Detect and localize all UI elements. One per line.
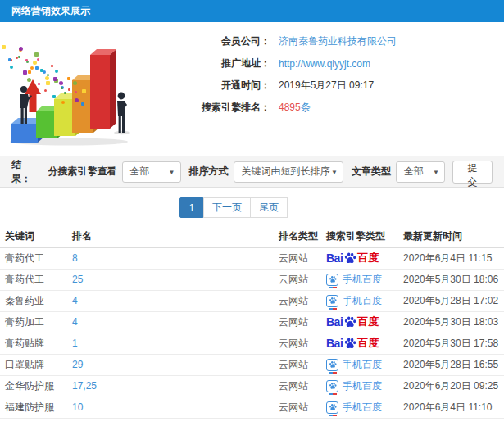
engine-cell: Bai 百度 (321, 397, 398, 418)
growth-chart-illustration (2, 24, 141, 148)
engine-rank-value: 4895条 (279, 101, 311, 115)
filter-bar: 结果： 分搜索引擎查看 全部 ▼ 排序方式 关键词由短到长排序 ▼ 文章类型 全… (0, 156, 504, 188)
mobile-baidu-paw-icon (326, 274, 338, 286)
baidu-bai-text: Bai (326, 315, 343, 329)
table-row: 膏药贴牌 1 云网站 Bai 百度 (0, 333, 504, 354)
baidu-paw-icon (343, 315, 356, 329)
engine-cell: Bai 百度 (321, 269, 398, 290)
rank-link[interactable]: 1 (72, 338, 78, 349)
engine-cell: Bai 百度 (321, 354, 398, 375)
mobile-baidu-text: 手机百度 (343, 273, 382, 287)
open-time-value: 2019年5月27日 09:17 (279, 79, 374, 93)
chevron-down-icon: ▼ (331, 169, 338, 176)
engine-rank-count: 4895 (279, 102, 301, 113)
submit-button[interactable]: 提交 (452, 161, 493, 184)
rank-type-cell: 云网站 (274, 354, 321, 375)
article-type-filter-select[interactable]: 全部 ▼ (396, 161, 445, 183)
rank-type-cell: 云网站 (274, 311, 321, 333)
article-type-filter-label: 文章类型 (352, 165, 391, 179)
mobile-baidu-paw-icon (326, 359, 338, 371)
rank-link[interactable]: 8 (72, 252, 78, 264)
engine-cell: Bai 百度 (321, 290, 398, 311)
engine-rank-label: 搜索引擎排名： (141, 101, 270, 115)
col-updated: 最新更新时间 (398, 226, 504, 247)
keyword-cell: 秦鲁药业 (0, 290, 67, 311)
table-row: 福建防护服 10 云网站 Bai 百度 (0, 397, 504, 418)
page-1-button[interactable]: 1 (179, 197, 204, 218)
promo-url-link[interactable]: http://www.qlyyjt.com (279, 58, 370, 70)
promo-url-field: 推广地址： http://www.qlyyjt.com (141, 52, 397, 75)
engine-filter-select[interactable]: 全部 ▼ (122, 161, 181, 183)
rank-link[interactable]: 4 (72, 295, 78, 306)
mobile-baidu-paw-icon (326, 295, 338, 307)
updated-cell: 2020年5月30日 17:58 (398, 333, 504, 354)
col-rank: 排名 (67, 226, 274, 247)
col-keyword: 关键词 (0, 226, 67, 247)
baidu-mobile-logo: 手机百度 (326, 273, 382, 287)
engine-filter-label: 分搜索引擎查看 (48, 165, 117, 179)
promo-url-label: 推广地址： (141, 57, 270, 70)
mobile-baidu-underline (329, 287, 333, 288)
chevron-down-icon: ▼ (169, 169, 175, 176)
table-header-row: 关键词 排名 排名类型 搜索引擎类型 最新更新时间 (0, 226, 504, 247)
rank-type-cell: 云网站 (274, 397, 321, 418)
baidu-bai-text: Bai (326, 252, 343, 265)
sort-filter-select[interactable]: 关键词由短到长排序 ▼ (234, 161, 344, 183)
member-company-label: 会员公司： (141, 34, 270, 48)
bar-chart-art (2, 24, 141, 148)
member-company-link[interactable]: 济南秦鲁药业科技有限公司 (279, 34, 397, 48)
table-row: 膏药代工 8 云网站 Bai 百度 (0, 247, 504, 269)
engine-cell: Bai 百度 (321, 375, 398, 397)
next-page-button[interactable]: 下一页 (203, 197, 251, 218)
sort-filter-selected: 关键词由短到长排序 (242, 165, 330, 179)
mobile-baidu-underline (329, 308, 333, 310)
baidu-mobile-logo: 手机百度 (326, 379, 382, 393)
table-row: 金华防护服 17,25 云网站 Bai 百度 (0, 375, 504, 397)
rank-type-cell: 云网站 (274, 247, 321, 269)
table-row: 口罩贴牌 29 云网站 Bai 百度 (0, 354, 504, 375)
engine-cell: Bai 百度 (321, 247, 398, 269)
baidu-mobile-logo: 手机百度 (326, 294, 382, 308)
rank-link[interactable]: 4 (72, 316, 78, 328)
open-time-label: 开通时间： (141, 79, 270, 93)
baidu-du-text: 百度 (357, 336, 379, 351)
baidu-paw-icon (343, 337, 356, 350)
keyword-cell: 膏药贴牌 (0, 333, 67, 354)
sort-filter-label: 排序方式 (189, 165, 229, 179)
mobile-baidu-paw-icon (326, 380, 338, 392)
chevron-down-icon: ▼ (433, 169, 439, 176)
baidu-mobile-logo: 手机百度 (326, 358, 382, 372)
rank-link[interactable]: 25 (72, 274, 83, 285)
page-title: 网络营销效果展示 (11, 4, 90, 18)
article-type-filter-selected: 全部 (404, 165, 424, 179)
mobile-baidu-text: 手机百度 (343, 401, 382, 415)
table-row: 膏药加工 4 云网站 Bai 百度 (0, 311, 504, 333)
keyword-cell: 膏药代工 (0, 247, 67, 269)
mobile-baidu-text: 手机百度 (343, 294, 382, 308)
results-section-label: 结果： (11, 158, 40, 186)
mobile-baidu-underline (329, 372, 333, 374)
rank-link[interactable]: 17,25 (72, 380, 97, 392)
keyword-cell: 金华防护服 (0, 375, 67, 397)
updated-cell: 2020年6月20日 09:25 (398, 375, 504, 397)
baidu-paw-icon (343, 252, 356, 265)
results-table-body: 膏药代工 8 云网站 Bai 百度 (0, 247, 504, 418)
engine-rank-unit: 条 (301, 102, 311, 113)
updated-cell: 2020年5月28日 17:02 (398, 290, 504, 311)
col-engine-type: 搜索引擎类型 (321, 226, 398, 247)
rank-link[interactable]: 10 (72, 401, 83, 413)
title-bar: 网络营销效果展示 (0, 0, 504, 22)
rank-link[interactable]: 29 (72, 359, 83, 370)
engine-filter-selected: 全部 (130, 165, 150, 179)
mobile-baidu-text: 手机百度 (343, 379, 382, 393)
updated-cell: 2020年6月4日 11:15 (398, 247, 504, 269)
keyword-cell: 膏药加工 (0, 311, 67, 333)
member-company-field: 会员公司： 济南秦鲁药业科技有限公司 (141, 30, 397, 52)
baidu-pc-logo: Bai 百度 (326, 336, 379, 351)
table-row: 秦鲁药业 4 云网站 Bai 百度 (0, 290, 504, 311)
mobile-baidu-underline (329, 415, 333, 416)
baidu-du-text: 百度 (357, 315, 379, 329)
rank-type-cell: 云网站 (274, 269, 321, 290)
mobile-baidu-underline (329, 393, 333, 395)
last-page-button[interactable]: 尾页 (250, 197, 288, 218)
